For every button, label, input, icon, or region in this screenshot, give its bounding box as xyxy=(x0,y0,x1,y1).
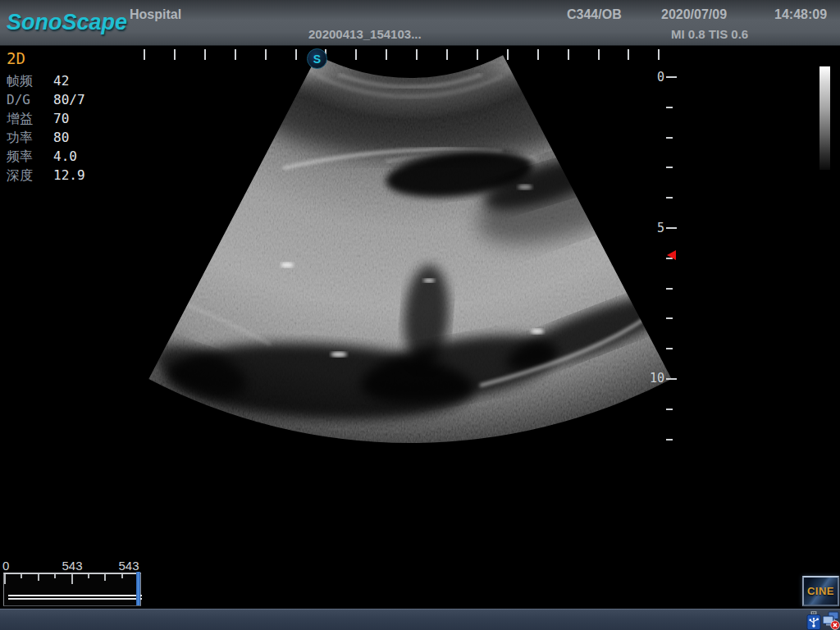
ruler-tick xyxy=(628,49,629,60)
ruler-tick xyxy=(295,49,297,60)
depth-tick xyxy=(666,107,673,108)
cine-tick xyxy=(88,574,89,578)
depth-tick xyxy=(666,317,673,319)
system-date: 2020/07/09 xyxy=(661,7,727,22)
depth-tick xyxy=(666,227,677,229)
ruler-tick xyxy=(598,49,600,60)
depth-label-0: 0 xyxy=(646,70,664,84)
ruler-tick xyxy=(477,49,478,60)
ultrasound-image xyxy=(0,0,840,630)
cine-button[interactable]: CINE xyxy=(802,576,839,606)
focus-position-marker[interactable] xyxy=(667,250,676,260)
ruler-tick xyxy=(568,49,569,60)
cine-frame-end: 543 xyxy=(114,559,144,573)
depth-tick xyxy=(666,348,673,349)
param-row-frequency: 频率 4.0 xyxy=(7,147,85,166)
cine-frame-mid: 543 xyxy=(57,559,87,573)
cine-position-marker[interactable] xyxy=(136,572,140,605)
cine-tick xyxy=(21,574,22,578)
cine-tick xyxy=(54,574,56,578)
ruler-tick xyxy=(204,49,206,60)
cine-frame-start: 0 xyxy=(2,559,9,573)
cine-tick xyxy=(121,574,123,578)
usb-icon[interactable] xyxy=(806,611,821,630)
depth-label-10: 10 xyxy=(646,371,664,386)
depth-tick xyxy=(666,197,673,199)
param-row-depth: 深度 12.9 xyxy=(7,166,85,185)
cine-tick xyxy=(104,574,106,581)
ruler-tick xyxy=(265,49,267,60)
grayscale-bar xyxy=(819,66,830,170)
cine-scrubber[interactable] xyxy=(3,573,141,606)
orientation-marker: S xyxy=(307,48,327,69)
param-row-framerate: 帧频 42 xyxy=(7,71,85,90)
cine-tick xyxy=(38,574,39,581)
top-status-bar: SonoScape Hospital 20200413_154103... C3… xyxy=(0,0,840,46)
cine-tick xyxy=(71,574,73,584)
depth-tick xyxy=(666,409,673,410)
imaging-parameters-panel: 2D 帧频 42 D/G 80/7 增益 70 功率 80 频率 4.0 深度 … xyxy=(7,49,85,185)
sonoscape-logo: SonoScape xyxy=(7,10,127,35)
system-time: 14:48:09 xyxy=(774,7,827,22)
cine-progress-line xyxy=(8,595,142,596)
ruler-tick xyxy=(144,49,145,60)
ruler-tick xyxy=(658,49,660,60)
ruler-tick xyxy=(537,49,539,60)
param-row-power: 功率 80 xyxy=(7,128,85,147)
depth-tick xyxy=(666,439,673,441)
depth-tick xyxy=(666,288,673,290)
depth-tick xyxy=(666,167,673,168)
hospital-name: Hospital xyxy=(130,7,181,22)
ultrasound-screen: SonoScape Hospital 20200413_154103... C3… xyxy=(0,0,840,630)
ruler-tick xyxy=(355,49,357,60)
depth-tick xyxy=(666,378,677,380)
cine-button-label: CINE xyxy=(807,585,834,597)
network-error-icon[interactable] xyxy=(822,611,840,630)
cine-tick xyxy=(4,574,6,584)
depth-tick xyxy=(666,76,677,78)
cine-progress-line xyxy=(8,598,142,600)
ruler-tick xyxy=(416,49,418,60)
mi-tis-readout: MI 0.8 TIS 0.6 xyxy=(671,27,748,41)
probe-preset: C344/OB xyxy=(567,7,622,22)
param-row-gain: 增益 70 xyxy=(7,109,85,128)
ruler-tick xyxy=(386,49,387,60)
param-row-dg: D/G 80/7 xyxy=(7,90,85,109)
ruler-tick xyxy=(446,49,448,60)
taskbar xyxy=(0,609,840,630)
depth-label-5: 5 xyxy=(646,221,664,235)
mode-label: 2D xyxy=(7,49,85,67)
depth-tick xyxy=(666,137,673,139)
ruler-tick xyxy=(174,49,176,60)
exam-id: 20200413_154103... xyxy=(308,27,422,41)
ruler-tick xyxy=(235,49,236,60)
ruler-tick xyxy=(507,49,509,60)
